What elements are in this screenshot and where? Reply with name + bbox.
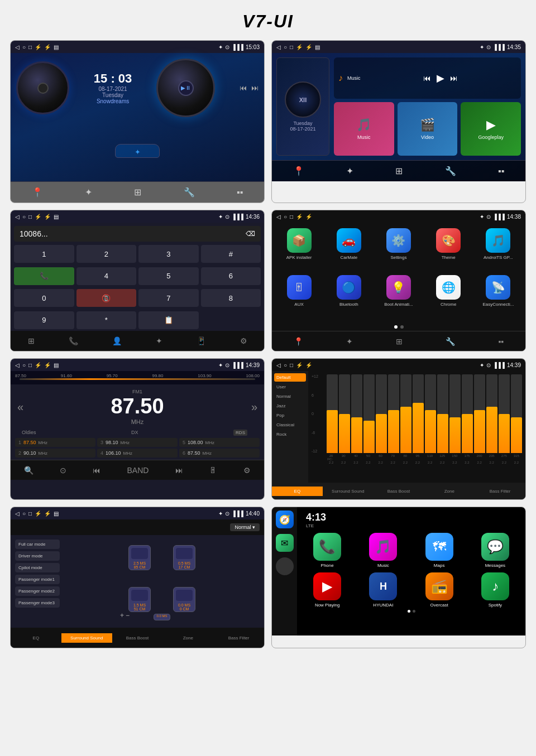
- eq-bar-4[interactable]: [376, 414, 387, 454]
- radio-prev[interactable]: ⏮: [93, 466, 100, 475]
- preset-classical[interactable]: Classical: [274, 421, 306, 429]
- key-2[interactable]: 2: [76, 245, 137, 263]
- dialpad-nav-apps[interactable]: ⊞: [28, 336, 35, 345]
- sub-plus[interactable]: +: [120, 611, 124, 619]
- mode-passenger1[interactable]: Passenger mode1: [15, 575, 60, 584]
- back-icon-3[interactable]: ◁: [15, 214, 20, 220]
- recent-icon-3[interactable]: □: [28, 214, 32, 220]
- back-icon-7[interactable]: ◁: [15, 511, 20, 517]
- next-btn[interactable]: ⏭: [450, 74, 458, 83]
- preset-4[interactable]: 4 106.10 MHz: [97, 449, 178, 458]
- app-androit[interactable]: 🎵 AndroiTS GP...: [476, 228, 521, 271]
- nav-bt-1[interactable]: ✦: [85, 187, 92, 198]
- tab-eq[interactable]: EQ: [272, 487, 323, 496]
- eq-bar-6[interactable]: [400, 407, 411, 453]
- key-4[interactable]: 4: [76, 267, 137, 285]
- home-icon-6[interactable]: ○: [284, 362, 287, 368]
- key-0[interactable]: 0: [14, 289, 74, 307]
- recent-icon-4[interactable]: □: [290, 214, 293, 220]
- radio-nav[interactable]: 🔍 ⊙ ⏮ BAND ⏭ 🎚 ⚙: [11, 460, 264, 480]
- eq-bar-15[interactable]: [511, 417, 522, 453]
- key-1[interactable]: 1: [14, 245, 74, 263]
- eq-bar-7[interactable]: [413, 403, 424, 453]
- next-icon[interactable]: ⏭: [251, 84, 259, 92]
- prev-icon[interactable]: ⏮: [240, 84, 247, 92]
- eq-bar-11[interactable]: [462, 414, 473, 454]
- apps-nav-settings[interactable]: 🔧: [446, 337, 455, 346]
- frequency-slider[interactable]: [20, 378, 255, 380]
- surround-tabs[interactable]: EQ Surround Sound Bass Boost Zone Bass F…: [11, 628, 264, 648]
- app-aux[interactable]: 🎚 AUX: [276, 275, 322, 317]
- recent-icon-6[interactable]: □: [290, 362, 293, 368]
- carplay-music[interactable]: 🎵 Music: [357, 533, 409, 568]
- nav-icon[interactable]: 🧭: [276, 511, 294, 528]
- play-btn[interactable]: ▶: [437, 72, 444, 84]
- nav-cam-1[interactable]: ▪▪: [237, 187, 243, 198]
- key-8[interactable]: 8: [201, 289, 261, 307]
- tab-zone[interactable]: Zone: [424, 487, 475, 496]
- mode-passenger2[interactable]: Passenger mode2: [15, 586, 60, 596]
- sub-controls[interactable]: + −: [120, 611, 130, 619]
- recent-icon-5[interactable]: □: [28, 362, 32, 368]
- surround-tab-bass[interactable]: Bass Boost: [112, 633, 163, 643]
- tab-surround[interactable]: Surround Sound: [323, 487, 374, 496]
- eq-bar-3[interactable]: [363, 421, 375, 453]
- surround-tab-surround[interactable]: Surround Sound: [61, 633, 112, 643]
- carplay-now-playing[interactable]: ▶ Now Playing: [302, 572, 353, 608]
- music-player-widget[interactable]: ♪ Music ⏮ ▶ ⏭: [334, 57, 521, 99]
- apps-nav-bt[interactable]: ✦: [346, 337, 353, 346]
- eq-bar-8[interactable]: [425, 410, 436, 453]
- nav-cam-2[interactable]: ▪▪: [498, 166, 504, 176]
- app-music[interactable]: 🎵 Music: [334, 102, 394, 156]
- home-icon-4[interactable]: ○: [284, 214, 287, 220]
- prev-btn[interactable]: ⏮: [423, 74, 431, 83]
- preset-jazz[interactable]: Jazz: [274, 402, 306, 410]
- apps-nav-grid[interactable]: ⊞: [396, 337, 403, 346]
- app-theme[interactable]: 🎨 Theme: [426, 228, 471, 271]
- tab-bass-filter[interactable]: Bass Filter: [475, 487, 525, 496]
- eq-bar-12[interactable]: [474, 410, 485, 453]
- home-icon-3[interactable]: ○: [22, 214, 26, 220]
- eq-bar-10[interactable]: [449, 417, 461, 453]
- app-bootanim[interactable]: 💡 Boot Animati...: [376, 275, 421, 317]
- back-icon-2[interactable]: ◁: [276, 44, 281, 50]
- preset-3[interactable]: 3 98.10 MHz: [97, 438, 178, 447]
- radio-settings[interactable]: ⚙: [243, 466, 251, 475]
- bottom-nav-2[interactable]: 📍 ✦ ⊞ 🔧 ▪▪: [272, 160, 525, 181]
- msg-icon[interactable]: ✉: [276, 534, 294, 552]
- back-icon-6[interactable]: ◁: [276, 362, 281, 368]
- surround-tab-filter[interactable]: Bass Filter: [213, 633, 264, 643]
- key-7[interactable]: 7: [138, 289, 199, 307]
- nav-settings-2[interactable]: 🔧: [445, 166, 456, 176]
- nav-bt-2[interactable]: ✦: [346, 166, 353, 176]
- dialpad-nav-bt[interactable]: ✦: [156, 336, 162, 345]
- eq-bar-0[interactable]: [327, 410, 338, 453]
- back-icon[interactable]: ◁: [15, 44, 20, 50]
- app-chrome[interactable]: 🌐 Chrome: [426, 275, 471, 317]
- music-controls[interactable]: ⏮ ▶ ⏭: [365, 72, 516, 84]
- home-icon[interactable]: ○: [22, 44, 26, 50]
- mode-full-car[interactable]: Full car mode: [15, 540, 60, 549]
- app-easyconn[interactable]: 📡 EasyConnecti...: [476, 275, 521, 317]
- dialpad-nav[interactable]: ⊞ 📞 👤 ✦ 📱 ⚙: [11, 331, 264, 351]
- eq-tabs[interactable]: EQ Surround Sound Bass Boost Zone Bass F…: [272, 483, 525, 499]
- home-icon-7[interactable]: ○: [22, 511, 26, 517]
- dialpad-nav-contacts[interactable]: 👤: [112, 336, 122, 345]
- nav-settings-1[interactable]: 🔧: [184, 187, 195, 198]
- hangup-button[interactable]: 📵: [76, 289, 137, 307]
- mode-passenger3[interactable]: Passenger mode3: [15, 598, 60, 608]
- sub-minus[interactable]: −: [126, 611, 130, 619]
- carplay-spotify[interactable]: ♪ Spotify: [470, 572, 521, 608]
- radio-eq[interactable]: 🎚: [209, 466, 217, 475]
- key-hash[interactable]: #: [201, 245, 261, 263]
- key-star[interactable]: *: [76, 311, 137, 329]
- dialpad-nav-phone[interactable]: 📱: [197, 336, 206, 345]
- freq-down[interactable]: «: [17, 401, 23, 413]
- key-9[interactable]: 9: [14, 311, 74, 329]
- recent-icon-2[interactable]: □: [290, 44, 293, 50]
- recent-icon-7[interactable]: □: [28, 511, 32, 517]
- mode-cpilot[interactable]: Cpilot mode: [15, 563, 60, 572]
- mode-driver[interactable]: Driver mode: [15, 551, 60, 561]
- app-settings[interactable]: ⚙️ Settings: [376, 228, 421, 271]
- backspace-icon[interactable]: ⌫: [246, 230, 255, 238]
